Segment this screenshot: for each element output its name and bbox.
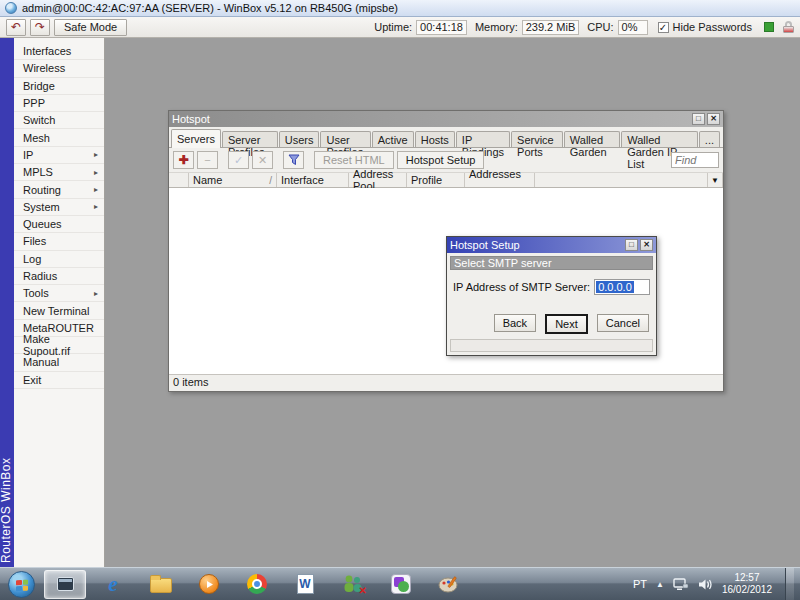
media-player-icon: [199, 574, 219, 594]
tab-hosts[interactable]: Hosts: [415, 131, 455, 147]
find-input[interactable]: [671, 152, 719, 168]
app-toolbar: ↶ ↷ Safe Mode Uptime: 00:41:18 Memory: 2…: [0, 17, 800, 38]
sidebar-item-new-terminal[interactable]: New Terminal: [14, 302, 104, 319]
sidebar-item-exit[interactable]: Exit: [14, 372, 104, 389]
submenu-arrow-icon: ▸: [94, 168, 98, 177]
sidebar-item-radius[interactable]: Radius: [14, 268, 104, 285]
sidebar-item-switch[interactable]: Switch: [14, 112, 104, 129]
messenger-icon: ✕: [341, 574, 365, 594]
tray-clock[interactable]: 12:57 16/02/2012: [722, 572, 772, 596]
disable-icon: ✕: [258, 154, 267, 167]
maximize-button[interactable]: □: [625, 239, 638, 251]
sidebar-item-ppp[interactable]: PPP: [14, 95, 104, 112]
menu-label: Log: [23, 253, 41, 265]
taskbar-item-internet-explorer[interactable]: e: [92, 570, 134, 599]
menu-label: Switch: [23, 114, 55, 126]
hotspot-setup-dialog: Hotspot Setup □ ✕ Select SMTP server IP …: [446, 236, 657, 356]
taskbar-item-messenger[interactable]: ✕: [332, 570, 374, 599]
sidebar-item-files[interactable]: Files: [14, 233, 104, 250]
menu-label: Tools: [23, 287, 49, 299]
filter-funnel-icon: [288, 154, 300, 166]
column-profile[interactable]: Profile: [407, 173, 465, 187]
uptime-value: 00:41:18: [416, 20, 467, 35]
safe-mode-button[interactable]: Safe Mode: [54, 19, 127, 36]
redo-button[interactable]: ↷: [30, 19, 50, 36]
menu-label: Interfaces: [23, 45, 71, 57]
tab-walled-garden-ip[interactable]: Walled Garden IP List: [621, 131, 698, 147]
sidebar-item-make-supout[interactable]: Make Supout.rif: [14, 337, 104, 354]
taskbar-item-paint[interactable]: [428, 570, 470, 599]
tab-walled-garden[interactable]: Walled Garden: [564, 131, 620, 147]
tab-service-ports[interactable]: Service Ports: [511, 131, 563, 147]
menu-label: New Terminal: [23, 305, 89, 317]
setup-dialog-titlebar[interactable]: Hotspot Setup □ ✕: [447, 237, 656, 253]
tab-servers[interactable]: Servers: [171, 129, 221, 148]
sidebar-item-queues[interactable]: Queues: [14, 216, 104, 233]
menu-label: Radius: [23, 270, 57, 282]
taskbar-item-explorer[interactable]: [140, 570, 182, 599]
disable-button[interactable]: ✕: [252, 151, 273, 169]
app-titlebar: admin@00:0C:42:AC:97:AA (SERVER) - WinBo…: [0, 0, 800, 17]
tab-users[interactable]: Users: [279, 131, 320, 147]
column-addresses[interactable]: Addresses ...: [465, 173, 535, 187]
app-title: admin@00:0C:42:AC:97:AA (SERVER) - WinBo…: [22, 2, 398, 14]
menu-label: MPLS: [23, 166, 53, 178]
sidebar-item-mesh[interactable]: Mesh: [14, 129, 104, 146]
redo-icon: ↷: [35, 20, 45, 34]
taskbar-item-media-player[interactable]: [188, 570, 230, 599]
filter-button[interactable]: [283, 151, 304, 169]
sidebar-item-wireless[interactable]: Wireless: [14, 60, 104, 77]
column-select-button[interactable]: ▼: [707, 173, 723, 187]
sidebar-item-log[interactable]: Log: [14, 251, 104, 268]
winbox-logo-icon: [5, 2, 17, 14]
sidebar-item-interfaces[interactable]: Interfaces: [14, 43, 104, 60]
sidebar-item-tools[interactable]: Tools▸: [14, 285, 104, 302]
sidebar-item-system[interactable]: System▸: [14, 199, 104, 216]
undo-icon: ↶: [11, 20, 21, 34]
language-indicator[interactable]: PT: [633, 578, 647, 590]
back-button[interactable]: Back: [494, 314, 536, 332]
volume-icon[interactable]: [698, 578, 713, 591]
maximize-button[interactable]: □: [692, 113, 705, 125]
close-button[interactable]: ✕: [707, 113, 720, 125]
close-button[interactable]: ✕: [640, 239, 653, 251]
tab-more[interactable]: ...: [699, 131, 720, 147]
remove-button[interactable]: −: [197, 151, 218, 169]
sidebar-item-mpls[interactable]: MPLS▸: [14, 164, 104, 181]
network-icon[interactable]: [673, 578, 689, 591]
tab-server-profiles[interactable]: Server Profiles: [222, 131, 278, 147]
hotspot-window-titlebar[interactable]: Hotspot □ ✕: [169, 111, 723, 127]
add-button[interactable]: ✚: [173, 151, 194, 169]
show-desktop-button[interactable]: [785, 568, 794, 600]
taskbar-item-word[interactable]: W: [284, 570, 326, 599]
taskbar: e W ✕: [0, 567, 800, 600]
setup-dialog-status-bar: [450, 339, 653, 352]
menu-label: Mesh: [23, 132, 50, 144]
sidebar-menu: Interfaces Wireless Bridge PPP Switch Me…: [14, 38, 105, 567]
undo-button[interactable]: ↶: [6, 19, 26, 36]
tab-active[interactable]: Active: [372, 131, 414, 147]
sidebar-item-ip[interactable]: IP▸: [14, 147, 104, 164]
sidebar-item-routing[interactable]: Routing▸: [14, 181, 104, 198]
column-address-pool[interactable]: Address Pool: [349, 173, 407, 187]
sidebar-item-bridge[interactable]: Bridge: [14, 78, 104, 95]
taskbar-item-photo-app[interactable]: [380, 570, 422, 599]
column-label: Interface: [281, 174, 324, 186]
column-interface[interactable]: Interface: [277, 173, 349, 187]
next-button[interactable]: Next: [545, 314, 588, 334]
hotspot-setup-button[interactable]: Hotspot Setup: [397, 151, 485, 169]
tray-expand-icon[interactable]: ▲: [656, 580, 664, 589]
tab-ip-bindings[interactable]: IP Bindings: [456, 131, 510, 147]
start-button[interactable]: [8, 571, 35, 598]
dropdown-icon: ▼: [711, 176, 719, 185]
cancel-button[interactable]: Cancel: [597, 314, 649, 332]
enable-button[interactable]: ✓: [228, 151, 249, 169]
setup-dialog-title: Hotspot Setup: [450, 239, 623, 251]
taskbar-item-winbox[interactable]: [44, 570, 86, 599]
hide-passwords-checkbox[interactable]: ✓: [658, 22, 669, 33]
tab-user-profiles[interactable]: User Profiles: [320, 131, 370, 147]
taskbar-item-chrome[interactable]: [236, 570, 278, 599]
column-name[interactable]: Name /: [189, 173, 277, 187]
reset-html-button[interactable]: Reset HTML: [314, 151, 394, 169]
smtp-ip-input[interactable]: 0.0.0.0: [594, 279, 650, 295]
